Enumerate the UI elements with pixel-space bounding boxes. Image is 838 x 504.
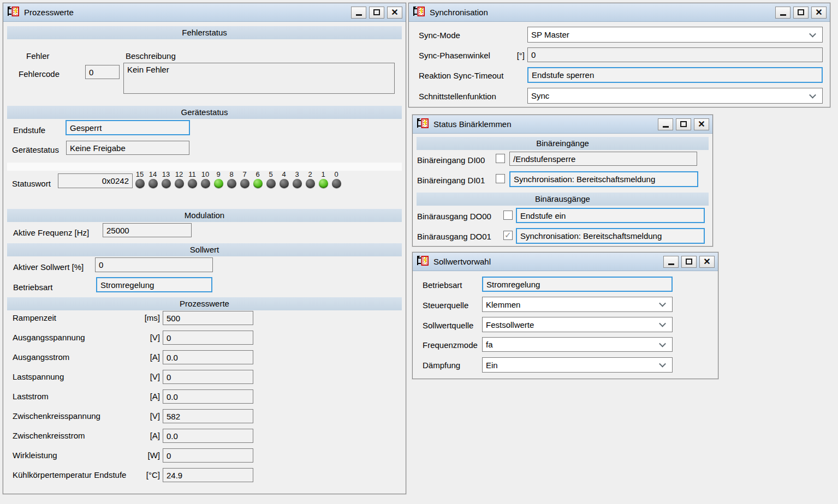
app-icon	[416, 117, 429, 131]
chevron-down-icon	[659, 300, 666, 307]
close-button[interactable]: ✕	[694, 118, 709, 130]
di00-checkbox[interactable]	[496, 154, 505, 163]
di01-field[interactable]: Synchronisation: Bereitschaftsmeldung	[509, 171, 698, 187]
led-green-icon	[319, 179, 328, 188]
aktiver-sollwert-field[interactable]: 0	[95, 257, 213, 272]
process-value-field[interactable]: 0.0	[163, 429, 253, 443]
process-value-field[interactable]: 0.0	[163, 350, 253, 364]
do01-checkbox[interactable]	[503, 231, 513, 240]
process-value-field[interactable]: 0.0	[163, 389, 253, 404]
minimize-button[interactable]	[663, 256, 679, 268]
do01-field[interactable]: Synchronisation: Bereitschaftsmeldung	[516, 228, 705, 244]
maximize-button[interactable]	[676, 118, 691, 130]
sync-mode-select[interactable]: SP Master	[527, 27, 823, 43]
titlebar-binaerklemmen[interactable]: Status Binärklemmen ✕	[413, 115, 712, 134]
endstufe-field[interactable]: Gesperrt	[66, 120, 190, 135]
titlebar-synchronisation[interactable]: Synchronisation ✕	[409, 3, 830, 22]
maximize-icon	[686, 259, 692, 265]
fehlercode-field[interactable]: 0	[85, 65, 120, 79]
fehler-beschreibung-field[interactable]: Kein Fehler	[123, 63, 395, 94]
maximize-button[interactable]	[369, 7, 384, 19]
section-header-binaerausgaenge: Binärausgänge	[417, 193, 709, 206]
status-bit-number: 15	[135, 170, 145, 178]
process-value-row: Ausgangsstrom[A]0.0	[13, 350, 395, 364]
led-green-icon	[214, 179, 223, 188]
sync-mode-label: Sync-Mode	[419, 31, 460, 40]
titlebar-prozesswerte[interactable]: Prozesswerte ✕	[3, 3, 406, 22]
schnittstellenfunktion-select[interactable]: Sync	[527, 88, 823, 104]
process-value-row: Lastspannung[V]0	[13, 370, 395, 384]
sollwertquelle-label: Sollwertquelle	[423, 321, 473, 330]
close-icon: ✕	[698, 120, 705, 129]
geraetestatus-field[interactable]: Keine Freigabe	[66, 141, 189, 155]
process-value-row: Zwischenkreisstrom[A]0.0	[13, 429, 395, 443]
status-bit-0: 0	[331, 170, 341, 188]
do00-checkbox[interactable]	[503, 211, 513, 220]
maximize-button[interactable]	[681, 256, 697, 268]
status-bit-number: 4	[279, 170, 289, 178]
minimize-button[interactable]	[775, 7, 791, 19]
close-icon: ✕	[815, 8, 822, 17]
statusword-leds: 1514131211109876543210	[135, 170, 341, 188]
betriebsart-field[interactable]: Stromregelung	[482, 277, 673, 292]
maximize-icon	[373, 9, 380, 15]
led-off-icon	[148, 179, 158, 188]
window-title: Synchronisation	[430, 8, 775, 17]
betriebsart-field[interactable]: Stromregelung	[96, 277, 212, 292]
led-off-icon	[266, 179, 276, 188]
di01-checkbox[interactable]	[496, 174, 505, 183]
process-value-label: Ausgangsstrom	[13, 350, 69, 364]
maximize-button[interactable]	[793, 7, 809, 19]
process-value-unit: [A]	[127, 429, 160, 443]
do00-field[interactable]: Endstufe ein	[516, 208, 705, 223]
di00-field[interactable]: /Endstufensperre	[509, 152, 697, 166]
led-off-icon	[280, 179, 289, 188]
close-button[interactable]: ✕	[387, 7, 402, 19]
process-value-field[interactable]: 24.9	[163, 468, 253, 482]
sync-timeout-field[interactable]: Endstufe sperren	[527, 67, 823, 83]
sync-timeout-label: Reaktion Sync-Timeout	[419, 71, 503, 80]
window-prozesswerte: Prozesswerte ✕ Fehlerstatus Fehler Besch…	[3, 3, 406, 494]
frequenzmode-select[interactable]: fa	[482, 337, 673, 352]
minimize-button[interactable]	[351, 7, 366, 19]
sollwertquelle-select[interactable]: Festsollwerte	[482, 317, 673, 332]
process-value-field[interactable]: 0	[163, 448, 253, 463]
phasenwinkel-field[interactable]: 0	[527, 47, 823, 62]
process-value-label: Lastspannung	[13, 370, 64, 384]
status-bit-11: 11	[187, 170, 197, 188]
led-off-icon	[227, 179, 236, 188]
titlebar-sollwertvorwahl[interactable]: Sollwertvorwahl ✕	[413, 253, 718, 271]
aktive-frequenz-field[interactable]: 25000	[103, 223, 192, 237]
fehlercode-label: Fehlercode	[19, 69, 60, 79]
steuerquelle-label: Steuerquelle	[423, 301, 468, 310]
statuswort-field[interactable]: 0x0242	[58, 173, 133, 188]
status-bit-4: 4	[279, 170, 289, 188]
minimize-icon	[356, 14, 362, 16]
daempfung-select[interactable]: Ein	[482, 357, 673, 373]
steuerquelle-select[interactable]: Klemmen	[482, 297, 673, 312]
process-value-field[interactable]: 582	[163, 409, 253, 423]
status-bit-8: 8	[227, 170, 236, 188]
status-bit-number: 8	[227, 170, 236, 178]
process-value-field[interactable]: 0	[163, 331, 253, 345]
close-button[interactable]: ✕	[699, 256, 715, 268]
process-value-row: Kühlkörpertemperatur Endstufe[°C]24.9	[13, 468, 395, 482]
window-sollwertvorwahl: Sollwertvorwahl ✕ Betriebsart Stromregel…	[412, 252, 718, 379]
process-value-field[interactable]: 0	[163, 370, 253, 384]
geraetestatus-label: Gerätestatus	[12, 145, 59, 154]
window-status-binaerklemmen: Status Binärklemmen ✕ Binäreingänge Binä…	[412, 115, 713, 247]
process-value-label: Ausgangsspannung	[13, 331, 85, 345]
status-bit-3: 3	[292, 170, 302, 188]
chevron-down-icon	[809, 30, 816, 37]
phasenwinkel-label: Sync-Phasenwinkel	[419, 51, 490, 60]
status-bit-number: 0	[331, 170, 341, 178]
process-value-field[interactable]: 500	[163, 311, 253, 325]
close-button[interactable]: ✕	[811, 7, 827, 19]
status-bit-14: 14	[148, 170, 158, 188]
status-bit-number: 3	[292, 170, 302, 178]
chevron-down-icon	[809, 91, 816, 98]
minimize-button[interactable]	[658, 118, 673, 130]
status-bit-number: 6	[253, 170, 263, 178]
status-bit-number: 11	[187, 170, 197, 178]
process-value-label: Zwischenkreisstrom	[13, 429, 85, 443]
